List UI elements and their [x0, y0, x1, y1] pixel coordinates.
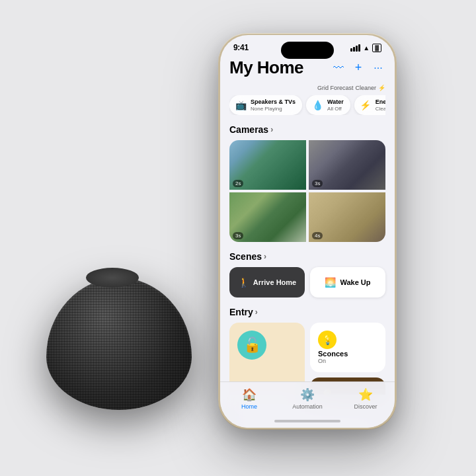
- wake-up-label: Wake Up: [340, 278, 370, 286]
- homepod: [40, 264, 198, 423]
- lightning-icon: ⚡: [378, 85, 385, 91]
- cameras-section-title[interactable]: Cameras ›: [229, 124, 385, 135]
- add-icon[interactable]: +: [351, 61, 366, 75]
- entry-section-title[interactable]: Entry ›: [229, 307, 385, 317]
- more-icon[interactable]: ···: [371, 61, 385, 75]
- camera-timer-2: 3s: [312, 180, 323, 187]
- tab-home[interactable]: 🏠 Home: [220, 387, 278, 410]
- camera-outdoor-path[interactable]: 3s: [229, 192, 306, 242]
- scenes-row: 🚶 Arrive Home 🌅 Wake Up: [229, 267, 385, 298]
- iphone-frame: 9:41 ▲ ▓ My H: [218, 33, 397, 430]
- camera-indoor-couch[interactable]: 3s: [309, 140, 385, 190]
- scenes-section-title[interactable]: Scenes ›: [229, 251, 385, 262]
- cameras-label: Cameras: [229, 124, 268, 135]
- iphone: 9:41 ▲ ▓ My H: [218, 33, 397, 430]
- home-indicator: [274, 420, 340, 422]
- status-icons: ▲ ▓: [350, 44, 381, 52]
- header-actions: 〰 + ···: [331, 61, 385, 75]
- sconces-sub: On: [318, 358, 377, 364]
- grid-forecast-label: Grid Forecast: [317, 85, 354, 91]
- chip-water-sub: All Off: [327, 106, 344, 112]
- arrive-home-scene-button[interactable]: 🚶 Arrive Home: [229, 267, 305, 298]
- chip-speakers-label: Speakers & TVs: [251, 99, 296, 106]
- home-tab-label: Home: [241, 403, 257, 410]
- chip-energy-label: Energy: [376, 99, 385, 106]
- front-door-icon: 🔓: [237, 331, 266, 360]
- wake-up-scene-button[interactable]: 🌅 Wake Up: [310, 267, 385, 298]
- cameras-chevron-icon: ›: [270, 125, 273, 134]
- sconces-icon: 💡: [318, 331, 337, 349]
- sconces-card[interactable]: 💡 Sconces On: [310, 323, 385, 372]
- chip-energy-sub: Cleaner: [376, 106, 385, 112]
- entry-label: Entry: [229, 307, 253, 317]
- camera-timer-3: 3s: [233, 232, 243, 239]
- category-chips: 📺 Speakers & TVs None Playing 💧 Water Al…: [229, 95, 385, 115]
- water-icon: 💧: [311, 99, 324, 112]
- cleaner-label: Cleaner: [355, 85, 376, 91]
- arrive-home-icon: 🚶: [238, 277, 249, 288]
- homepod-body: [46, 278, 192, 410]
- dynamic-island: [281, 42, 334, 59]
- signal-icon: [350, 44, 360, 52]
- main-content: My Home 〰 + ··· Grid Forecast Cleaner ⚡: [220, 55, 395, 395]
- discover-tab-label: Discover: [354, 403, 377, 410]
- waveform-icon[interactable]: 〰: [331, 61, 346, 75]
- grid-forecast-bar: Grid Forecast Cleaner ⚡: [229, 85, 385, 91]
- battery-icon: ▓: [372, 44, 381, 52]
- camera-timer-4: 4s: [312, 232, 323, 239]
- chip-energy[interactable]: ⚡ Energy Cleaner: [354, 95, 385, 115]
- sconces-label: Sconces: [318, 350, 377, 358]
- camera-indoor-living[interactable]: 4s: [309, 192, 385, 242]
- camera-timer-1: 2s: [233, 180, 243, 187]
- energy-icon: ⚡: [359, 99, 372, 112]
- page-title: My Home: [229, 58, 303, 78]
- chip-speakers-sub: None Playing: [251, 106, 296, 112]
- chip-water[interactable]: 💧 Water All Off: [306, 95, 350, 115]
- wifi-icon: ▲: [363, 44, 370, 52]
- automation-tab-icon: ⚙️: [300, 387, 315, 402]
- camera-grid: 2s 3s 3s 4s: [229, 140, 385, 242]
- tab-discover[interactable]: ⭐ Discover: [337, 387, 395, 410]
- discover-tab-icon: ⭐: [358, 387, 373, 402]
- iphone-screen: 9:41 ▲ ▓ My H: [220, 35, 395, 428]
- lock-open-icon: 🔓: [243, 337, 261, 354]
- status-time: 9:41: [233, 43, 249, 52]
- scenes-chevron-icon: ›: [264, 252, 266, 261]
- tab-automation[interactable]: ⚙️ Automation: [278, 387, 337, 410]
- wake-up-icon: 🌅: [325, 277, 336, 288]
- homepod-top: [86, 268, 139, 288]
- homepod-mesh: [46, 278, 192, 410]
- automation-tab-label: Automation: [292, 403, 323, 410]
- chip-speakers[interactable]: 📺 Speakers & TVs None Playing: [229, 95, 302, 115]
- chip-water-label: Water: [327, 99, 344, 106]
- home-tab-icon: 🏠: [242, 387, 257, 402]
- scenes-label: Scenes: [229, 251, 262, 262]
- tv-icon: 📺: [234, 99, 247, 112]
- camera-outdoor-pool[interactable]: 2s: [229, 140, 306, 190]
- arrive-home-label: Arrive Home: [253, 278, 296, 286]
- entry-chevron-icon: ›: [255, 307, 258, 317]
